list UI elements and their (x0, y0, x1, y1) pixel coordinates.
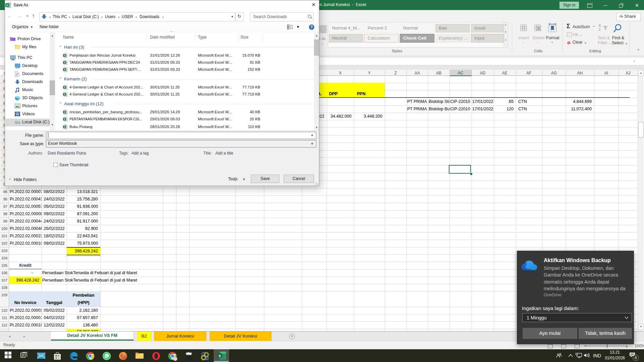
svg-text:X: X (64, 118, 65, 120)
svg-text:X: X (64, 86, 65, 88)
svg-text:X: X (64, 61, 65, 64)
svg-text:X: X (64, 68, 65, 71)
svg-text:X: X (64, 111, 65, 113)
svg-text:X: X (6, 4, 8, 7)
svg-text:X: X (64, 54, 65, 57)
svg-text:X: X (64, 93, 65, 96)
svg-text:X: X (64, 126, 65, 128)
svg-text:X: X (218, 354, 221, 358)
